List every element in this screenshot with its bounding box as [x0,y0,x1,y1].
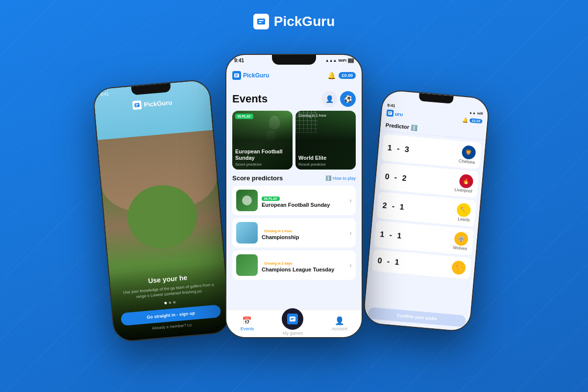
right-header-actions: 🔔 £0.00 [462,117,483,124]
account-nav-icon: 👤 [335,316,344,325]
nav-my-games[interactable]: My games [282,312,303,336]
right-signal: ▲▲ [469,111,476,115]
logo-icon [253,14,269,29]
list-thumb-1 [236,222,258,244]
phone-center: 9:41 ▲▲▲ WiFi ▓▓ PickGuru 🔔 [225,54,363,338]
chevron-icon-2: › [349,261,352,269]
card-type-1: Result predictor [298,162,353,167]
dot-1 [164,302,167,304]
person-sport-btn[interactable]: 👤 [321,91,337,107]
my-games-icon [287,314,298,324]
nav-account[interactable]: 👤 Account [332,316,348,331]
right-phone-notch [418,93,453,104]
golf-overlay: Use your he Use your knowledge of the ga… [109,262,231,342]
score-1: 0 - 2 [385,172,408,183]
center-status-bar: 9:41 ▲▲▲ WiFi ▓▓ [234,58,354,63]
svg-rect-8 [235,76,237,77]
score-predictors-section: Score predictors ℹ️ How to play IN PLAY [226,170,362,286]
events-nav-icon: 📅 [242,316,252,325]
dot-3 [173,301,175,303]
right-logo-text: uru [395,111,403,117]
row-1-team-area: 🔥 Liverpool [454,173,474,194]
svg-rect-0 [257,19,265,24]
right-wifi: wifi [477,111,483,115]
row-4-score-area: 0 - 1 [377,256,401,267]
chelsea-name: Chelsea [459,158,475,165]
brand-name: PickGuru [274,14,335,29]
my-games-btn[interactable] [282,308,303,330]
predictor-content: 9:41 ▲▲ wifi uru [364,101,489,331]
list-thumb-2 [236,254,258,276]
row-1-score-area: 0 - 2 [385,172,408,183]
center-time: 9:41 [234,58,244,63]
row-0-score-area: 1 - 3 [387,144,411,154]
leeds-name: Leeds [456,216,470,222]
list-badge-1: Closing in 1 hour [262,229,294,233]
nav-events[interactable]: 📅 Events [241,316,254,331]
list-name-2: Champions League Tuesday [262,267,345,272]
center-logo: PickGuru [232,71,269,80]
inplay-badge-0: IN PLAY [235,114,253,119]
phone-left: 9:41 PickGuru Use your he Use [92,79,231,343]
section-header: Score predictors ℹ️ How to play [232,174,356,182]
row-4-team-area: ✏️ [451,260,466,275]
list-item-0[interactable]: IN PLAY European Football Sunday › [232,186,356,215]
card-overlay-1: Closing in 1 hour World Elite Result pre… [295,111,356,170]
card-name-0: European Football Sunday [235,148,290,161]
list-info-1: Closing in 1 hour Championship [262,225,345,240]
list-info-2: Closing in 2 days Champions League Tuesd… [262,258,345,272]
app-header: PickGuru [0,14,588,29]
chevron-icon-1: › [349,229,352,237]
row-2-team-area: ✏️ Leeds [456,202,471,222]
center-status-icons: ▲▲▲ WiFi ▓▓ [325,58,354,63]
dot-2 [169,301,171,304]
football-sport-btn[interactable]: ⚽ [340,91,356,107]
chelsea-badge: 🦁 [462,145,476,160]
golf-logo-text: PickGuru [144,98,172,108]
predictor-title: Predictor ℹ️ [385,122,417,131]
wifi-icon: WiFi [339,58,347,63]
balance-badge: £0.00 [339,72,356,79]
phones-container: 9:41 PickGuru Use your he Use [93,44,495,377]
golf-logo-icon [132,100,142,110]
events-title-row: Events 👤 ⚽ [226,86,362,111]
sport-icons: 👤 ⚽ [321,91,356,107]
events-content: Events 👤 ⚽ IN PLAY European Football [226,86,362,310]
row4-badge: ✏️ [451,260,466,275]
right-logo-icon [386,109,393,117]
score-0: 1 - 3 [387,144,411,154]
row-3-score-area: 1 - 1 [380,230,403,241]
info-icon: ℹ️ [325,175,331,181]
nav-events-label: Events [241,326,254,331]
list-item-1[interactable]: Closing in 1 hour Championship › [232,218,356,247]
predictor-rows: 1 - 3 🦁 Chelsea 0 - 2 🔥 Liverpool [368,131,486,285]
list-item-2[interactable]: Closing in 2 days Champions League Tuesd… [232,250,356,280]
how-to-play[interactable]: ℹ️ How to play [325,175,356,181]
score-2: 2 - 1 [382,201,406,212]
featured-card-1[interactable]: Closing in 1 hour World Elite Result pre… [295,111,356,170]
bell-icon[interactable]: 🔔 [327,72,336,79]
right-bell[interactable]: 🔔 [462,117,468,122]
nav-games-label: My games [283,331,303,336]
row-3-team-area: 🐺 Wolves [453,231,469,251]
card-name-1: World Elite [298,155,353,161]
chevron-icon-0: › [349,196,352,204]
svg-rect-2 [259,22,262,23]
confirm-picks-button[interactable]: Confirm your picks [368,307,466,327]
list-info-0: IN PLAY European Football Sunday [262,193,345,208]
svg-rect-10 [291,318,294,319]
row-2-score-area: 2 - 1 [382,201,406,212]
section-title: Score predictors [232,174,283,182]
featured-card-0[interactable]: IN PLAY European Football Sunday Score p… [232,111,293,170]
score-4: 0 - 1 [377,256,401,267]
right-time: 9:41 [387,103,395,108]
svg-rect-6 [234,74,239,77]
list-badge-0: IN PLAY [262,196,280,201]
svg-rect-1 [259,20,264,21]
liverpool-badge: 🔥 [459,174,473,189]
right-logo: uru [386,109,403,118]
center-header-actions: 🔔 £0.00 [327,72,356,79]
svg-rect-9 [290,317,295,321]
featured-cards-row: IN PLAY European Football Sunday Score p… [226,111,362,170]
nav-account-label: Account [332,326,348,331]
